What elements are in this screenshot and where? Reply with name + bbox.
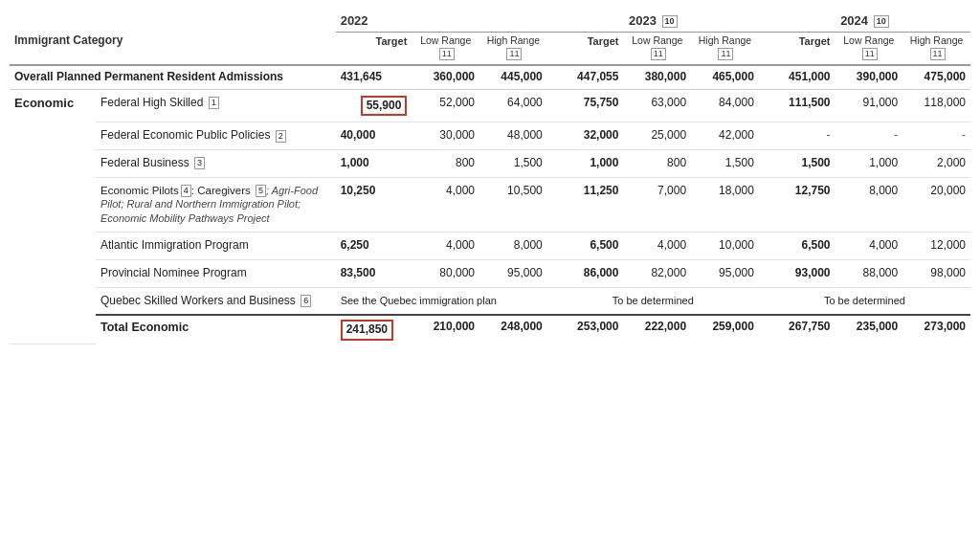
ep-name: Economic Pilots4: Caregivers 5; Agri-Foo…	[96, 177, 336, 233]
aip-2024-high: 12,000	[902, 233, 970, 260]
aip-2023-target: 6,500	[547, 233, 624, 260]
ep-footnote: 4	[181, 185, 191, 197]
economic-pilots-row: Economic Pilots4: Caregivers 5; Agri-Foo…	[10, 177, 970, 233]
fhs-2024-target: 111,500	[759, 89, 835, 122]
total-2023-target: 253,000	[547, 315, 624, 344]
col-2023-target: Target	[547, 32, 624, 65]
overall-2024-low: 390,000	[835, 65, 903, 89]
qsw-2023-special: To be determined	[547, 287, 759, 315]
col-2022-low-footnote: 11	[439, 48, 455, 60]
col-2024-high: High Range 11	[902, 32, 970, 65]
fepp-2024-low: -	[835, 122, 903, 150]
aip-2023-low: 4,000	[623, 233, 691, 260]
ep-2024-target: 12,750	[759, 177, 835, 233]
overall-2022-low: 360,000	[412, 65, 479, 89]
pnp-2022-target: 83,500	[336, 259, 412, 287]
overall-label: Overall Planned Permanent Resident Admis…	[10, 65, 336, 89]
overall-2023-high: 465,000	[691, 65, 759, 89]
pnp-2023-high: 95,000	[691, 259, 759, 287]
pnp-2024-high: 98,000	[902, 259, 970, 287]
ep-2022-high: 10,500	[479, 177, 547, 233]
total-2024-high: 273,000	[902, 315, 970, 344]
fepp-2023-high: 42,000	[691, 122, 759, 150]
federal-business-row: Federal Business 3 1,000 800 1,500 1,000…	[10, 149, 970, 177]
fhs-2022-high: 64,000	[479, 89, 547, 122]
atlantic-immigration-row: Atlantic Immigration Program 6,250 4,000…	[10, 233, 970, 260]
pnp-2024-target: 93,000	[759, 259, 835, 287]
ep-2024-high: 20,000	[902, 177, 970, 233]
overall-2022-high: 445,000	[479, 65, 547, 89]
pnp-2024-low: 88,000	[835, 259, 903, 287]
overall-2024-high: 475,000	[902, 65, 970, 89]
year-header-row: 2022 2023 10 2024 10	[10, 10, 970, 32]
total-2022-high: 248,000	[479, 315, 547, 344]
year-2022: 2022	[336, 10, 547, 32]
ep-2023-target: 11,250	[547, 177, 624, 233]
col-category-header: Immigrant Category	[10, 32, 336, 65]
aip-name: Atlantic Immigration Program	[96, 233, 336, 260]
pnp-2023-low: 82,000	[623, 259, 691, 287]
federal-high-skilled-footnote: 1	[209, 97, 219, 109]
col-2023-high-footnote: 11	[718, 48, 733, 60]
aip-2022-high: 8,000	[479, 233, 547, 260]
col-2024-low-footnote: 11	[862, 48, 878, 60]
overall-2023-low: 380,000	[623, 65, 691, 89]
federal-high-skilled-name: Federal High Skilled 1	[96, 89, 336, 122]
total-2022-low: 210,000	[412, 315, 479, 344]
qsw-2022-special: See the Quebec immigration plan	[336, 287, 547, 315]
economic-category-label: Economic	[10, 89, 96, 344]
fepp-2024-high: -	[902, 122, 970, 150]
total-2023-high: 259,000	[691, 315, 759, 344]
fhs-2024-high: 118,000	[902, 89, 970, 122]
fb-2024-low: 1,000	[835, 149, 903, 177]
fepp-name: Federal Economic Public Policies 2	[96, 122, 336, 150]
aip-2024-low: 4,000	[835, 233, 903, 260]
pnp-name: Provincial Nominee Program	[96, 259, 336, 287]
quebec-skilled-row: Quebec Skilled Workers and Business 6 Se…	[10, 287, 970, 315]
provincial-nominee-row: Provincial Nominee Program 83,500 80,000…	[10, 259, 970, 287]
fb-2023-low: 800	[623, 149, 691, 177]
fepp-2023-target: 32,000	[547, 122, 624, 150]
aip-2022-low: 4,000	[412, 233, 479, 260]
col-2023-low-footnote: 11	[651, 48, 666, 60]
fepp-2022-target: 40,000	[336, 122, 412, 150]
federal-high-skilled-row: Economic Federal High Skilled 1 55,900 5…	[10, 89, 970, 122]
ep-2024-low: 8,000	[835, 177, 903, 233]
ep-2022-low: 4,000	[412, 177, 479, 233]
fepp-2024-target: -	[759, 122, 835, 150]
overall-2022-target: 431,645	[336, 65, 412, 89]
fb-2022-target: 1,000	[336, 149, 412, 177]
total-2022-target: 241,850	[336, 315, 412, 344]
aip-2023-high: 10,000	[691, 233, 759, 260]
column-subheader-row: Immigrant Category Target Low Range 11 H…	[10, 32, 970, 65]
fb-2023-target: 1,000	[547, 149, 624, 177]
fhs-2023-target: 75,750	[547, 89, 624, 122]
aip-2024-target: 6,500	[759, 233, 835, 260]
col-2022-high: High Range 11	[479, 32, 547, 65]
col-2023-low: Low Range 11	[623, 32, 691, 65]
total-2024-target: 267,750	[759, 315, 835, 344]
fb-2023-high: 1,500	[691, 149, 759, 177]
ep-2022-target: 10,250	[336, 177, 412, 233]
overall-2024-target: 451,000	[759, 65, 835, 89]
qsw-2024-special: To be determined	[759, 287, 970, 315]
qsw-name: Quebec Skilled Workers and Business 6	[96, 287, 336, 315]
col-2022-low: Low Range 11	[412, 32, 479, 65]
ep-footnote2: 5	[256, 185, 266, 197]
fb-name: Federal Business 3	[96, 149, 336, 177]
federal-economic-public-policies-row: Federal Economic Public Policies 2 40,00…	[10, 122, 970, 150]
fb-2022-low: 800	[412, 149, 479, 177]
fb-2024-target: 1,500	[759, 149, 835, 177]
fepp-footnote: 2	[276, 130, 286, 143]
fb-2022-high: 1,500	[479, 149, 547, 177]
fhs-2023-high: 84,000	[691, 89, 759, 122]
col-2024-target: Target	[759, 32, 835, 65]
fepp-2023-low: 25,000	[623, 122, 691, 150]
qsw-footnote: 6	[301, 295, 311, 307]
total-2023-low: 222,000	[623, 315, 691, 344]
pnp-2022-high: 95,000	[479, 259, 547, 287]
aip-2022-target: 6,250	[336, 233, 412, 260]
fhs-2024-low: 91,000	[835, 89, 903, 122]
year-2023: 2023 10	[547, 10, 759, 32]
immigration-table: 2022 2023 10 2024 10 Immigrant Category …	[10, 10, 970, 344]
